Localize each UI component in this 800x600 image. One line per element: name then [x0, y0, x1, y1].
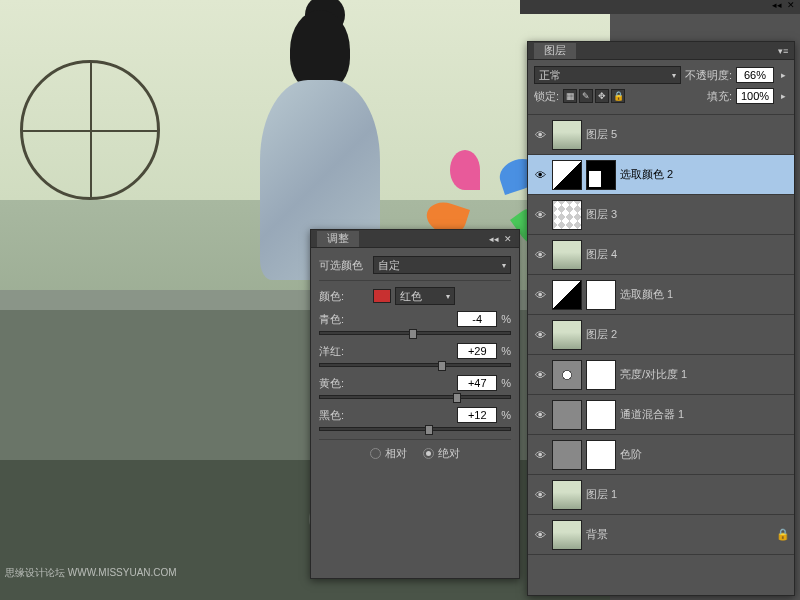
blend-mode-select[interactable]: 正常 — [534, 66, 681, 84]
color-select[interactable]: 红色 — [395, 287, 455, 305]
layer-mask[interactable] — [586, 440, 616, 470]
cyan-label: 青色: — [319, 312, 344, 327]
layer-name: 选取颜色 1 — [620, 287, 790, 302]
layer-name: 选取颜色 2 — [620, 167, 790, 182]
layer-row[interactable]: 👁选取颜色 1 — [528, 275, 794, 315]
visibility-icon[interactable]: 👁 — [532, 527, 548, 543]
top-bar: ◂◂ ✕ — [520, 0, 800, 14]
visibility-icon[interactable]: 👁 — [532, 247, 548, 263]
layers-panel-header[interactable]: 图层 ▾≡ — [528, 42, 794, 60]
layer-mask[interactable] — [586, 400, 616, 430]
layer-name: 色阶 — [620, 447, 790, 462]
visibility-icon[interactable]: 👁 — [532, 127, 548, 143]
close-icon[interactable]: ✕ — [786, 0, 796, 10]
lock-position-icon[interactable]: ✥ — [595, 89, 609, 103]
menu-icon[interactable]: ▾≡ — [778, 46, 788, 56]
layer-thumbnail[interactable] — [552, 520, 582, 550]
layer-row[interactable]: 👁选取颜色 2 — [528, 155, 794, 195]
lock-icon: 🔒 — [776, 528, 790, 541]
yellow-slider[interactable] — [319, 395, 511, 399]
layer-name: 图层 5 — [586, 127, 790, 142]
layer-name: 图层 4 — [586, 247, 790, 262]
magenta-slider[interactable] — [319, 363, 511, 367]
visibility-icon[interactable]: 👁 — [532, 447, 548, 463]
layer-name: 图层 1 — [586, 487, 790, 502]
black-slider[interactable] — [319, 427, 511, 431]
absolute-radio[interactable]: 绝对 — [423, 446, 460, 461]
layer-row[interactable]: 👁图层 5 — [528, 115, 794, 155]
chevron-right-icon[interactable]: ▸ — [778, 70, 788, 80]
layer-thumbnail[interactable] — [552, 200, 582, 230]
layer-name: 通道混合器 1 — [620, 407, 790, 422]
layer-row[interactable]: 👁图层 4 — [528, 235, 794, 275]
close-icon[interactable]: ✕ — [503, 234, 513, 244]
fill-label: 填充: — [707, 89, 732, 104]
visibility-icon[interactable]: 👁 — [532, 207, 548, 223]
layer-thumbnail[interactable] — [552, 400, 582, 430]
lock-pixels-icon[interactable]: ✎ — [579, 89, 593, 103]
fill-input[interactable] — [736, 88, 774, 104]
collapse-icon[interactable]: ◂◂ — [489, 234, 499, 244]
layer-thumbnail[interactable] — [552, 320, 582, 350]
watermark-forum: 思缘设计论坛 — [5, 567, 65, 578]
layers-list: 👁图层 5👁选取颜色 2👁图层 3👁图层 4👁选取颜色 1👁图层 2👁亮度/对比… — [528, 115, 794, 555]
layer-row[interactable]: 👁背景🔒 — [528, 515, 794, 555]
lock-all-icon[interactable]: 🔒 — [611, 89, 625, 103]
magenta-label: 洋红: — [319, 344, 344, 359]
visibility-icon[interactable]: 👁 — [532, 287, 548, 303]
adjust-type-label: 可选颜色 — [319, 258, 369, 273]
opacity-input[interactable] — [736, 67, 774, 83]
visibility-icon[interactable]: 👁 — [532, 407, 548, 423]
layer-name: 图层 2 — [586, 327, 790, 342]
layer-thumbnail[interactable] — [552, 360, 582, 390]
yellow-label: 黄色: — [319, 376, 344, 391]
layer-mask[interactable] — [586, 160, 616, 190]
layers-panel: 图层 ▾≡ 正常 不透明度: ▸ 锁定: ▦ ✎ ✥ 🔒 填充: ▸ 👁图层 5… — [527, 41, 795, 596]
layer-mask[interactable] — [586, 280, 616, 310]
layer-name: 背景 — [586, 527, 772, 542]
layer-thumbnail[interactable] — [552, 160, 582, 190]
layer-row[interactable]: 👁色阶 — [528, 435, 794, 475]
visibility-icon[interactable]: 👁 — [532, 487, 548, 503]
layer-thumbnail[interactable] — [552, 240, 582, 270]
lock-label: 锁定: — [534, 89, 559, 104]
watermark-text: 思缘设计论坛 WWW.MISSYUAN.COM — [5, 566, 177, 580]
preset-select[interactable]: 自定 — [373, 256, 511, 274]
lock-transparent-icon[interactable]: ▦ — [563, 89, 577, 103]
layer-name: 图层 3 — [586, 207, 790, 222]
cyan-input[interactable] — [457, 311, 497, 327]
layer-row[interactable]: 👁亮度/对比度 1 — [528, 355, 794, 395]
color-label: 颜色: — [319, 289, 369, 304]
photo-waterwheel — [20, 60, 160, 200]
opacity-label: 不透明度: — [685, 68, 732, 83]
yellow-input[interactable] — [457, 375, 497, 391]
layer-thumbnail[interactable] — [552, 280, 582, 310]
visibility-icon[interactable]: 👁 — [532, 327, 548, 343]
black-input[interactable] — [457, 407, 497, 423]
color-swatch — [373, 289, 391, 303]
layer-thumbnail[interactable] — [552, 120, 582, 150]
magenta-input[interactable] — [457, 343, 497, 359]
layers-tab[interactable]: 图层 — [534, 43, 576, 59]
black-label: 黑色: — [319, 408, 344, 423]
photo-pinwheel — [440, 150, 520, 230]
adjustments-panel-header[interactable]: 调整 ◂◂ ✕ — [311, 230, 519, 248]
relative-radio[interactable]: 相对 — [370, 446, 407, 461]
layer-thumbnail[interactable] — [552, 480, 582, 510]
visibility-icon[interactable]: 👁 — [532, 367, 548, 383]
adjustments-panel: 调整 ◂◂ ✕ 可选颜色 自定 颜色: 红色 青色: % 洋红: % — [310, 229, 520, 579]
layer-row[interactable]: 👁图层 1 — [528, 475, 794, 515]
layer-row[interactable]: 👁图层 2 — [528, 315, 794, 355]
collapse-icon[interactable]: ◂◂ — [772, 0, 782, 10]
layer-row[interactable]: 👁通道混合器 1 — [528, 395, 794, 435]
adjustments-tab[interactable]: 调整 — [317, 231, 359, 247]
layer-thumbnail[interactable] — [552, 440, 582, 470]
layer-row[interactable]: 👁图层 3 — [528, 195, 794, 235]
layer-mask[interactable] — [586, 360, 616, 390]
visibility-icon[interactable]: 👁 — [532, 167, 548, 183]
layer-name: 亮度/对比度 1 — [620, 367, 790, 382]
chevron-right-icon[interactable]: ▸ — [778, 91, 788, 101]
watermark-url: WWW.MISSYUAN.COM — [68, 567, 177, 578]
cyan-slider[interactable] — [319, 331, 511, 335]
